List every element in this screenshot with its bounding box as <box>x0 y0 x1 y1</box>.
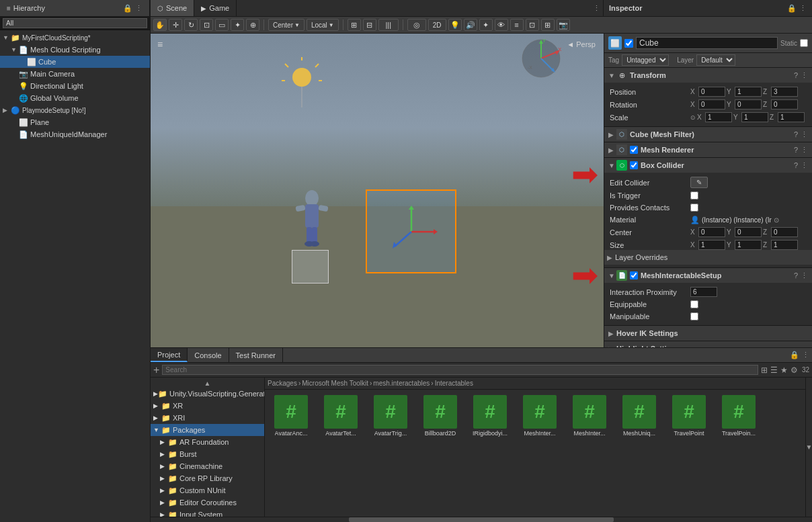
manipulable-checkbox[interactable] <box>690 312 698 320</box>
settings-btn[interactable]: ⚙ <box>790 365 798 375</box>
list-view-btn[interactable]: ☰ <box>770 365 778 375</box>
box-collider-menu-icon[interactable]: ⋮ <box>801 161 808 170</box>
mesh-filter-menu-icon[interactable]: ⋮ <box>801 130 808 139</box>
mesh-interactable-help-icon[interactable]: ? <box>794 271 798 280</box>
position-z[interactable] <box>771 87 798 97</box>
local-dropdown[interactable]: Local ▼ <box>307 19 339 31</box>
layer-overrides-header[interactable]: ▶ Layer Overrides <box>604 250 812 265</box>
project-tree-item-unity[interactable]: ▶ 📁 Unity.VisualScripting.Generated <box>151 388 264 400</box>
viewport-menu-icon[interactable]: ⋮ <box>593 4 600 13</box>
scrollbar-thumb[interactable] <box>349 517 614 522</box>
tool-btn-rotate[interactable]: ↻ <box>184 19 198 31</box>
mesh-renderer-menu-icon[interactable]: ⋮ <box>801 146 808 155</box>
grid-view-btn[interactable]: ⊞ <box>761 365 768 375</box>
file-item-7[interactable]: MeshUniq... <box>616 392 663 514</box>
project-tree-item-ar[interactable]: ▶ 📁 AR Foundation <box>151 436 264 448</box>
center-y[interactable] <box>735 227 762 237</box>
scroll-down-arrow[interactable]: ▼ <box>806 443 812 451</box>
file-item-2[interactable]: AvatarTrig... <box>367 392 414 514</box>
view-circle-btn[interactable]: ◎ <box>407 19 426 31</box>
file-item-0[interactable]: AvatarAnc... <box>268 392 315 514</box>
provides-contacts-checkbox[interactable] <box>690 204 698 212</box>
hover-ik-header[interactable]: ▶ Hover IK Settings <box>604 326 812 341</box>
hierarchy-tab[interactable]: ≡ Hierarchy 🔒 ⋮ <box>0 0 150 16</box>
snap-btn3[interactable]: ||| <box>378 19 399 31</box>
file-item-6[interactable]: MeshInter... <box>566 392 613 514</box>
project-search-input[interactable] <box>162 365 758 375</box>
transform-help-icon[interactable]: ? <box>794 71 798 80</box>
audio-btn[interactable]: 🔊 <box>464 19 477 31</box>
tree-item-dir-light[interactable]: 💡 Directional Light <box>0 80 150 92</box>
tool-btn-extra[interactable]: ⊕ <box>246 19 259 31</box>
size-x[interactable] <box>698 240 725 250</box>
highlight-header[interactable]: ▶ Highlight Settings <box>604 341 812 347</box>
gameobject-checkbox[interactable] <box>624 39 633 48</box>
mesh-filter-help-icon[interactable]: ? <box>794 130 798 139</box>
file-item-1[interactable]: AvatarTet... <box>317 392 364 514</box>
breadcrumb-interactables[interactable]: mesh.interactables <box>373 380 430 387</box>
project-tree-item-xri[interactable]: ▶ 📁 XRI <box>151 412 264 424</box>
mesh-renderer-checkbox[interactable] <box>630 146 638 154</box>
edit-collider-btn[interactable]: ✎ <box>690 177 708 188</box>
rotation-x[interactable] <box>698 99 725 110</box>
file-item-8[interactable]: TravelPoint <box>665 392 713 514</box>
hierarchy-menu-icon[interactable]: ⋮ <box>135 4 143 13</box>
cam-btn[interactable]: 📷 <box>557 19 570 31</box>
box-collider-header[interactable]: ▼ ⬡ Box Collider ? ⋮ <box>604 158 812 173</box>
project-bottom-scrollbar[interactable] <box>151 517 812 522</box>
position-x[interactable] <box>698 87 725 97</box>
tree-item-main-camera[interactable]: 📷 Main Camera <box>0 68 150 80</box>
layer-select[interactable]: Default <box>696 54 735 66</box>
project-tree-item-cinemachine[interactable]: ▶ 📁 Cinemachine <box>151 460 264 472</box>
tree-scroll-up[interactable]: ▲ <box>151 379 264 388</box>
size-y[interactable] <box>735 240 762 250</box>
fx-btn[interactable]: ✦ <box>479 19 493 31</box>
center-dropdown[interactable]: Center ▼ <box>268 19 304 31</box>
equippable-checkbox[interactable] <box>690 300 698 308</box>
favorite-btn[interactable]: ★ <box>780 365 788 375</box>
tool-btn-move[interactable]: ✛ <box>169 19 182 31</box>
mesh-renderer-help-icon[interactable]: ? <box>794 146 798 155</box>
breadcrumb-interactables-folder[interactable]: Interactables <box>435 380 473 387</box>
interaction-proximity-input[interactable] <box>690 287 717 297</box>
mesh-filter-header[interactable]: ▶ ⬡ Cube (Mesh Filter) ? ⋮ <box>604 127 812 142</box>
scene-viewport[interactable]: ◄ Persp Y X <box>151 34 604 347</box>
tree-item-mesh-cloud[interactable]: ▼ 📄 Mesh Cloud Scripting <box>0 44 150 56</box>
tool-btn-combo[interactable]: ✦ <box>231 19 244 31</box>
tag-select[interactable]: Untagged <box>622 54 669 66</box>
file-item-9[interactable]: TravelPoin... <box>715 392 762 514</box>
size-z[interactable] <box>771 240 798 250</box>
project-tree-item-xr[interactable]: ▶ 📁 XR <box>151 400 264 412</box>
project-menu-icon[interactable]: ⋮ <box>802 351 809 359</box>
overlay-btn[interactable]: ⊡ <box>526 19 539 31</box>
grid-btn[interactable]: ⊞ <box>541 19 555 31</box>
file-item-3[interactable]: Billboard2D <box>417 392 464 514</box>
game-tab[interactable]: ▶ Game <box>194 0 237 16</box>
inspector-lock-icon[interactable]: 🔒 <box>787 4 797 13</box>
selected-cube[interactable] <box>366 189 456 273</box>
scale-z[interactable] <box>778 112 805 122</box>
scale-y[interactable] <box>741 112 768 122</box>
breadcrumb-mesh-toolkit[interactable]: Microsoft Mesh Toolkit <box>302 380 368 387</box>
project-tree-item-editor-coroutines[interactable]: ▶ 📁 Editor Coroutines <box>151 496 264 509</box>
console-tab[interactable]: Console <box>188 348 229 362</box>
test-runner-tab[interactable]: Test Runner <box>229 348 283 362</box>
project-tree-item-packages[interactable]: ▼ 📁 Packages <box>151 424 264 436</box>
position-y[interactable] <box>735 87 762 97</box>
light-btn[interactable]: 💡 <box>448 19 462 31</box>
mesh-renderer-header[interactable]: ▶ ⬡ Mesh Renderer ? ⋮ <box>604 142 812 157</box>
inspector-menu-icon[interactable]: ⋮ <box>799 4 807 13</box>
tree-item-mesh-uid[interactable]: 📄 MeshUniqueIdManager <box>0 128 150 140</box>
snap-btn[interactable]: ⊞ <box>348 19 361 31</box>
project-tree-item-custom-nunit[interactable]: ▶ 📁 Custom NUnit <box>151 484 264 496</box>
snap-btn2[interactable]: ⊟ <box>363 19 376 31</box>
tree-item-playmode[interactable]: ▶ 🔵 PlaymodeSetup [No!] <box>0 104 150 116</box>
file-item-4[interactable]: IRigidbodyi... <box>466 392 514 514</box>
center-z[interactable] <box>771 227 798 237</box>
is-trigger-checkbox[interactable] <box>690 191 698 200</box>
tree-item-plane[interactable]: ⬜ Plane <box>0 116 150 128</box>
breadcrumb-packages[interactable]: Packages <box>268 380 297 387</box>
hierarchy-lock-icon[interactable]: 🔒 <box>123 4 132 13</box>
viewport-hamburger[interactable]: ≡ <box>157 39 163 50</box>
mesh-interactable-menu-icon[interactable]: ⋮ <box>801 271 808 280</box>
